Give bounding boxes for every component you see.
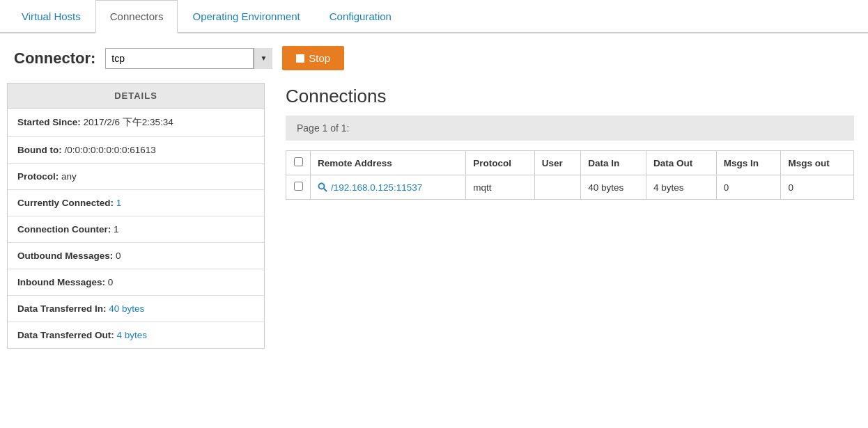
row-remote-address: /192.168.0.125:11537 — [311, 175, 466, 200]
details-panel: DETAILS Started Since: 2017/2/6 下午2:35:3… — [7, 83, 265, 349]
table-header-checkbox — [286, 151, 311, 175]
search-icon — [318, 182, 327, 192]
table-header-remote-address: Remote Address — [311, 151, 466, 175]
detail-key-connection-counter: Connection Counter: — [17, 224, 114, 235]
detail-value-currently-connected: 1 — [116, 198, 122, 208]
table-header-protocol: Protocol — [466, 151, 535, 175]
row-checkbox[interactable] — [294, 182, 303, 191]
detail-key-data-out: Data Transferred Out: — [17, 330, 117, 340]
detail-key-inbound: Inbound Messages: — [17, 277, 108, 287]
remote-address-text: /192.168.0.125:11537 — [331, 182, 422, 193]
detail-key-bound-to: Bound to: — [17, 145, 64, 155]
main-content: DETAILS Started Since: 2017/2/6 下午2:35:3… — [0, 83, 868, 349]
detail-value-bound-to: /0:0:0:0:0:0:0:0:61613 — [64, 145, 155, 155]
detail-row-protocol: Protocol: any — [8, 164, 264, 190]
detail-key-outbound: Outbound Messages: — [17, 251, 116, 261]
details-header: DETAILS — [8, 84, 264, 109]
stop-square-icon — [296, 54, 304, 63]
tab-operating-environment[interactable]: Operating Environment — [178, 0, 314, 33]
remote-address-link[interactable]: /192.168.0.125:11537 — [318, 182, 458, 193]
row-data-in: 40 bytes — [581, 175, 646, 200]
table-header-data-out: Data Out — [646, 151, 717, 175]
detail-value-outbound: 0 — [116, 251, 121, 261]
select-all-checkbox[interactable] — [294, 157, 303, 166]
connector-select-wrapper: tcp ssl ws wss ▼ — [105, 48, 272, 69]
svg-point-0 — [319, 184, 325, 189]
row-data-out: 4 bytes — [646, 175, 717, 200]
table-header-msgs-out: Msgs out — [781, 151, 854, 175]
detail-value-data-in: 40 bytes — [109, 303, 144, 314]
table-header-data-in: Data In — [581, 151, 646, 175]
connector-select[interactable]: tcp ssl ws wss — [105, 48, 272, 69]
detail-row-outbound: Outbound Messages: 0 — [8, 243, 264, 269]
detail-row-inbound: Inbound Messages: 0 — [8, 269, 264, 296]
detail-value-started-since: 2017/2/6 下午2:35:34 — [84, 117, 173, 127]
detail-key-protocol: Protocol: — [17, 171, 61, 182]
detail-row-data-out: Data Transferred Out: 4 bytes — [8, 322, 264, 348]
table-header-msgs-in: Msgs In — [716, 151, 781, 175]
detail-key-started-since: Started Since: — [17, 117, 84, 127]
tab-virtual-hosts[interactable]: Virtual Hosts — [7, 0, 95, 33]
detail-value-connection-counter: 1 — [114, 224, 119, 235]
detail-row-data-in: Data Transferred In: 40 bytes — [8, 296, 264, 322]
connections-title: Connections — [286, 86, 854, 107]
tab-connectors[interactable]: Connectors — [95, 0, 178, 33]
detail-value-inbound: 0 — [108, 277, 114, 287]
row-checkbox-cell — [286, 175, 311, 200]
detail-value-protocol: any — [61, 171, 77, 182]
row-msgs-in: 0 — [716, 175, 781, 200]
connections-table: Remote Address Protocol User Data In Dat… — [286, 150, 854, 200]
detail-key-data-in: Data Transferred In: — [17, 303, 109, 314]
pagination-bar: Page 1 of 1: — [286, 116, 854, 141]
table-header-row: Remote Address Protocol User Data In Dat… — [286, 151, 854, 175]
tab-configuration[interactable]: Configuration — [315, 0, 406, 33]
toolbar: Connector: tcp ssl ws wss ▼ Stop — [0, 33, 868, 83]
svg-line-1 — [324, 189, 327, 191]
detail-row-connection-counter: Connection Counter: 1 — [8, 216, 264, 243]
stop-button[interactable]: Stop — [282, 46, 344, 70]
row-protocol: mqtt — [466, 175, 535, 200]
detail-row-started-since: Started Since: 2017/2/6 下午2:35:34 — [8, 109, 264, 137]
detail-row-currently-connected: Currently Connected: 1 — [8, 190, 264, 216]
detail-key-currently-connected: Currently Connected: — [17, 198, 116, 208]
table-header-user: User — [534, 151, 580, 175]
connections-panel: Connections Page 1 of 1: Remote Address … — [279, 83, 861, 349]
table-row: /192.168.0.125:11537 mqtt 40 bytes 4 byt… — [286, 175, 854, 200]
stop-button-label: Stop — [309, 52, 330, 64]
row-msgs-out: 0 — [781, 175, 854, 200]
pagination-text: Page 1 of 1: — [297, 122, 350, 134]
tab-bar: Virtual Hosts Connectors Operating Envir… — [0, 0, 868, 33]
detail-value-data-out: 4 bytes — [117, 330, 148, 340]
detail-row-bound-to: Bound to: /0:0:0:0:0:0:0:0:61613 — [8, 137, 264, 164]
row-user — [534, 175, 580, 200]
connector-label: Connector: — [14, 49, 95, 68]
